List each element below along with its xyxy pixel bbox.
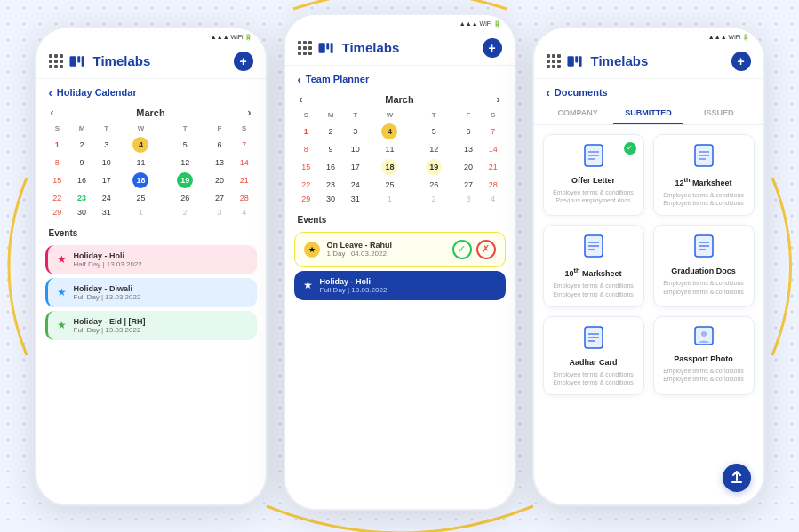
cal-day-today-1[interactable]: 4 <box>119 134 164 155</box>
cal-day[interactable]: 16 <box>318 156 343 178</box>
cal-day[interactable]: 2 <box>411 192 456 206</box>
cal-day[interactable]: 10 <box>94 155 119 170</box>
cal-day[interactable]: 12 <box>411 142 456 156</box>
cal-day[interactable]: 20 <box>456 156 481 178</box>
tab-submitted[interactable]: SUBMITTED <box>613 103 683 124</box>
cal-day[interactable]: 5 <box>411 121 456 142</box>
back-nav-2[interactable]: ‹ Team Planner <box>285 66 515 90</box>
cal-day[interactable]: 4 <box>481 192 506 206</box>
cal-day[interactable]: 9 <box>318 142 343 156</box>
tab-issued[interactable]: ISSUED <box>683 103 754 124</box>
cal-next-2[interactable]: › <box>497 93 500 106</box>
add-button-3[interactable]: + <box>731 52 751 71</box>
cal-day[interactable]: 2 <box>69 134 94 155</box>
cal-day[interactable]: 3 <box>343 121 368 142</box>
cal-day[interactable]: 16 <box>69 170 94 191</box>
doc-card-aadhar[interactable]: Aadhar Card Employee terms & conditionsE… <box>543 316 644 396</box>
cal-day[interactable]: 22 <box>45 191 70 205</box>
cal-day[interactable]: 3 <box>456 192 481 206</box>
cal-day[interactable]: 15 <box>45 170 70 191</box>
grid-icon-2[interactable] <box>298 41 312 55</box>
cal-day[interactable]: 11 <box>368 142 412 156</box>
cal-day[interactable]: 14 <box>481 142 506 156</box>
cal-day[interactable]: 26 <box>411 178 456 192</box>
cal-day[interactable]: 12 <box>163 155 207 170</box>
cal-day[interactable]: 19 <box>163 170 207 191</box>
cal-day[interactable]: 21 <box>481 156 506 178</box>
cal-day[interactable]: 29 <box>294 192 319 206</box>
doc-card-graduation-docs[interactable]: Graduation Docs Employee terms & conditi… <box>653 225 755 307</box>
add-button-1[interactable]: + <box>234 52 253 71</box>
cal-day[interactable]: 3 <box>94 134 119 155</box>
cal-day[interactable]: 21 <box>232 170 257 191</box>
cal-day[interactable]: 25 <box>119 191 164 205</box>
back-nav-1[interactable]: ‹ Holiday Calendar <box>36 79 266 103</box>
cal-day[interactable]: 19 <box>411 156 456 178</box>
cal-day[interactable]: 5 <box>163 134 207 155</box>
tab-company[interactable]: COMPANY <box>543 103 613 124</box>
cal-day[interactable]: 13 <box>207 155 232 170</box>
doc-card-10th-marksheet[interactable]: 10th Marksheet Employee terms & conditio… <box>543 225 644 307</box>
cal-day[interactable]: 4 <box>232 205 257 219</box>
cal-day[interactable]: 11 <box>119 155 164 170</box>
cal-day[interactable]: 3 <box>207 205 232 219</box>
cal-day[interactable]: 8 <box>45 155 70 170</box>
upload-button[interactable] <box>723 464 751 492</box>
cal-day[interactable]: 23 <box>318 178 343 192</box>
cal-prev-1[interactable]: ‹ <box>51 107 54 119</box>
cal-day[interactable]: 30 <box>69 205 94 219</box>
holiday-event-2[interactable]: ★ Holiday - Holi Full Day | 13.03.2022 <box>294 271 506 300</box>
cal-day[interactable]: 27 <box>207 191 232 205</box>
cal-day[interactable]: 25 <box>368 178 412 192</box>
cal-day[interactable]: 18 <box>119 170 164 191</box>
doc-card-passport-photo[interactable]: Passport Photo Employee terms & conditio… <box>653 316 755 396</box>
grid-icon-1[interactable] <box>49 54 63 68</box>
cal-day[interactable]: 24 <box>94 191 119 205</box>
cal-day[interactable]: 28 <box>481 178 506 192</box>
doc-card-12th-marksheet[interactable]: 12th Marksheet Employee terms & conditio… <box>653 134 755 217</box>
cal-day[interactable]: 27 <box>456 178 481 192</box>
event-eid-1[interactable]: ★ Holiday - Eid | [RH] Full Day | 13.03.… <box>45 311 257 340</box>
cal-day[interactable]: 30 <box>318 192 343 206</box>
cal-day[interactable]: 8 <box>294 142 319 156</box>
cal-day[interactable]: 31 <box>94 205 119 219</box>
cal-day[interactable]: 6 <box>456 121 481 142</box>
cal-day[interactable]: 1 <box>368 192 412 206</box>
cal-day[interactable]: 6 <box>207 134 232 155</box>
cal-day[interactable]: 9 <box>69 155 94 170</box>
cal-day[interactable]: 10 <box>343 142 368 156</box>
cal-day[interactable]: 24 <box>343 178 368 192</box>
cal-day[interactable]: 2 <box>318 121 343 142</box>
cal-day[interactable]: 26 <box>163 191 207 205</box>
cal-day[interactable]: 20 <box>207 170 232 191</box>
cal-day[interactable]: 2 <box>163 205 207 219</box>
cal-day[interactable]: 1 <box>45 134 70 155</box>
cal-day[interactable]: 28 <box>232 191 257 205</box>
cal-next-1[interactable]: › <box>248 107 252 119</box>
cal-day[interactable]: 22 <box>294 178 319 192</box>
cal-day[interactable]: 1 <box>119 205 164 219</box>
cal-day[interactable]: 18 <box>368 156 412 178</box>
cal-day[interactable]: 15 <box>294 156 319 178</box>
back-nav-3[interactable]: ‹ Documents <box>534 79 763 103</box>
reject-button[interactable]: ✗ <box>476 240 496 259</box>
cal-day[interactable]: 7 <box>481 121 506 142</box>
doc-card-offer-letter[interactable]: ✓ Offer Letter Employee terms & conditio… <box>543 134 644 217</box>
cal-day[interactable]: 14 <box>232 155 257 170</box>
leave-event-card[interactable]: ★ On Leave - Rahul 1 Day | 04.03.2022 ✓ … <box>294 232 506 267</box>
event-holi-1[interactable]: ★ Holiday - Holi Half Day | 13.03.2022 <box>45 245 257 274</box>
add-button-2[interactable]: + <box>483 38 502 58</box>
cal-day[interactable]: 17 <box>343 156 368 178</box>
approve-button[interactable]: ✓ <box>452 240 472 259</box>
cal-day[interactable]: 31 <box>343 192 368 206</box>
cal-day[interactable]: 29 <box>45 205 70 219</box>
cal-prev-2[interactable]: ‹ <box>300 93 303 106</box>
cal-day[interactable]: 7 <box>232 134 257 155</box>
cal-day[interactable]: 1 <box>294 121 319 142</box>
cal-day[interactable]: 13 <box>456 142 481 156</box>
event-diwali-1[interactable]: ★ Holiday - Diwali Full Day | 13.03.2022 <box>45 278 257 307</box>
cal-day[interactable]: 17 <box>94 170 119 191</box>
cal-day-today-2[interactable]: 4 <box>368 121 412 142</box>
cal-day[interactable]: 23 <box>69 191 94 205</box>
grid-icon-3[interactable] <box>547 54 561 68</box>
